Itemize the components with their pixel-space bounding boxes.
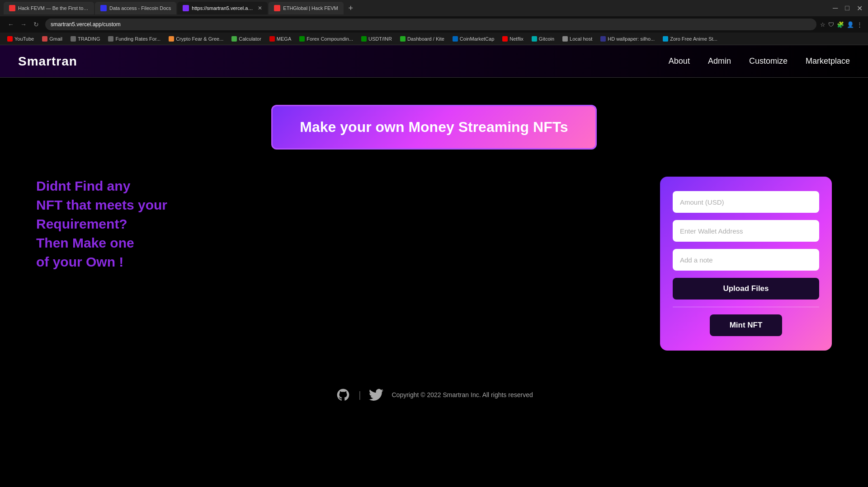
bookmark-localhost[interactable]: Local host bbox=[559, 35, 596, 42]
bookmark-forex[interactable]: Forex Compoundin... bbox=[296, 35, 357, 42]
bookmark-favicon-netflix bbox=[502, 36, 508, 42]
bookmark-zoro[interactable]: Zoro Free Anime St... bbox=[659, 35, 721, 42]
navbar-links: About Admin Customize Marketplace bbox=[669, 56, 850, 66]
bookmark-dashboard[interactable]: Dashboard / Kite bbox=[396, 35, 448, 42]
bookmark-label-usdt: USDT/INR bbox=[368, 36, 392, 42]
left-line-1: Didnt Find any bbox=[36, 178, 130, 193]
bookmark-netflix[interactable]: Netflix bbox=[499, 35, 527, 42]
profile-icon[interactable]: 👤 bbox=[847, 21, 854, 28]
tab-label-4: ETHGlobal | Hack FEVM bbox=[283, 5, 338, 11]
bookmark-trading[interactable]: TRADING bbox=[67, 35, 104, 42]
bookmark-crypto-fear[interactable]: Crypto Fear & Gree... bbox=[165, 35, 227, 42]
bookmark-favicon-gmail bbox=[42, 36, 47, 42]
tab-favicon-3 bbox=[183, 5, 189, 11]
hero-banner: Make your own Money Streaming NFTs bbox=[271, 105, 596, 150]
bookmark-icon[interactable]: ☆ bbox=[820, 21, 826, 28]
bookmark-label-localhost: Local host bbox=[570, 36, 592, 42]
bookmark-label-gitcoin: Gitcoin bbox=[539, 36, 554, 42]
bookmark-youtube[interactable]: YouTube bbox=[4, 35, 38, 42]
bookmark-favicon-crypto bbox=[169, 36, 174, 42]
tab-filecoin[interactable]: Data access - Filecoin Docs bbox=[95, 2, 176, 14]
new-tab-button[interactable]: + bbox=[344, 2, 357, 14]
bookmark-label-mega: MEGA bbox=[277, 36, 291, 42]
menu-icon[interactable]: ⋮ bbox=[857, 21, 863, 28]
bookmark-favicon-forex bbox=[299, 36, 305, 42]
nav-link-customize[interactable]: Customize bbox=[749, 56, 788, 66]
tab-hack-fevm[interactable]: Hack FEVM — Be the First to Build bbox=[4, 2, 94, 14]
bookmark-calculator[interactable]: Calculator bbox=[228, 35, 265, 42]
bookmark-label-coinmarket: CoinMarketCap bbox=[460, 36, 494, 42]
note-input[interactable] bbox=[673, 249, 819, 271]
tab-label-1: Hack FEVM — Be the First to Build bbox=[18, 5, 89, 11]
bookmark-favicon-dashboard bbox=[400, 36, 406, 42]
main-content: Didnt Find any NFT that meets your Requi… bbox=[0, 159, 868, 369]
nav-link-about[interactable]: About bbox=[669, 56, 690, 66]
bookmark-gitcoin[interactable]: Gitcoin bbox=[528, 35, 558, 42]
amount-input[interactable] bbox=[673, 191, 819, 213]
tab-label-3: https://smartran5.vercel.app/cu... bbox=[192, 5, 253, 11]
upload-button[interactable]: Upload Files bbox=[673, 278, 819, 300]
twitter-icon[interactable] bbox=[368, 387, 384, 403]
bookmark-label-calculator: Calculator bbox=[239, 36, 261, 42]
browser-actions: ☆ 🛡 🧩 👤 ⋮ bbox=[820, 21, 863, 28]
tab-label-2: Data access - Filecoin Docs bbox=[109, 5, 171, 11]
footer-divider: | bbox=[359, 390, 361, 400]
left-text-block: Didnt Find any NFT that meets your Requi… bbox=[36, 177, 181, 272]
nav-buttons: ← → ↻ bbox=[5, 19, 42, 30]
github-icon[interactable] bbox=[335, 387, 351, 403]
bookmark-label-zoro: Zoro Free Anime St... bbox=[670, 36, 717, 42]
bookmark-favicon-calculator bbox=[231, 36, 237, 42]
tab-ethglobal[interactable]: ETHGlobal | Hack FEVM bbox=[269, 2, 343, 14]
bookmark-label-funding: Funding Rates For... bbox=[115, 36, 160, 42]
address-input[interactable]: smartran5.vercel.app/custom bbox=[45, 19, 816, 30]
left-heading: Didnt Find any NFT that meets your Requi… bbox=[36, 177, 181, 272]
bookmark-wallpaper[interactable]: HD wallpaper: silho... bbox=[597, 35, 658, 42]
bookmark-label-forex: Forex Compoundin... bbox=[307, 36, 353, 42]
close-button[interactable]: ✕ bbox=[855, 4, 864, 13]
bookmark-usdt[interactable]: USDT/INR bbox=[358, 35, 396, 42]
address-bar: ← → ↻ smartran5.vercel.app/custom ☆ 🛡 🧩 … bbox=[0, 16, 868, 33]
mint-button[interactable]: Mint NFT bbox=[710, 314, 782, 336]
navbar-brand[interactable]: Smartran bbox=[18, 54, 77, 69]
nav-link-marketplace[interactable]: Marketplace bbox=[806, 56, 850, 66]
tab-bar: Hack FEVM — Be the First to Build Data a… bbox=[0, 0, 868, 16]
bookmarks-bar: YouTube Gmail TRADING Funding Rates For.… bbox=[0, 33, 868, 45]
wallet-input[interactable] bbox=[673, 220, 819, 242]
extensions-icon[interactable]: 🧩 bbox=[837, 21, 844, 28]
browser-chrome: Hack FEVM — Be the First to Build Data a… bbox=[0, 0, 868, 45]
shield-icon: 🛡 bbox=[828, 21, 834, 28]
bookmark-coinmarket[interactable]: CoinMarketCap bbox=[449, 35, 498, 42]
bookmark-mega[interactable]: MEGA bbox=[266, 35, 295, 42]
bookmark-label-gmail: Gmail bbox=[49, 36, 62, 42]
maximize-button[interactable]: □ bbox=[843, 4, 851, 12]
bookmark-favicon-coinmarket bbox=[453, 36, 458, 42]
bookmark-favicon-youtube bbox=[7, 36, 13, 42]
left-line-2: NFT that meets your bbox=[36, 197, 167, 212]
footer: | Copyright © 2022 Smartran Inc. All rig… bbox=[0, 369, 868, 421]
tab-close-3[interactable]: ✕ bbox=[258, 5, 262, 11]
window-controls: ─ □ ✕ bbox=[831, 4, 864, 13]
bookmark-favicon-zoro bbox=[663, 36, 668, 42]
reload-button[interactable]: ↻ bbox=[31, 19, 42, 30]
tab-favicon-1 bbox=[9, 5, 15, 11]
address-text: smartran5.vercel.app/custom bbox=[51, 21, 121, 28]
forward-button[interactable]: → bbox=[18, 19, 29, 30]
form-card: Upload Files Mint NFT bbox=[660, 177, 832, 351]
back-button[interactable]: ← bbox=[5, 19, 16, 30]
bookmark-label-dashboard: Dashboard / Kite bbox=[407, 36, 444, 42]
left-line-4: Then Make one bbox=[36, 235, 134, 250]
navbar: Smartran About Admin Customize Marketpla… bbox=[0, 45, 868, 78]
app-wrapper: Smartran About Admin Customize Marketpla… bbox=[0, 45, 868, 487]
bookmark-favicon-usdt bbox=[361, 36, 367, 42]
tab-smartran[interactable]: https://smartran5.vercel.app/cu... ✕ bbox=[177, 2, 268, 14]
bookmark-favicon-trading bbox=[71, 36, 76, 42]
copyright-text: Copyright © 2022 Smartran Inc. All right… bbox=[392, 391, 533, 398]
bookmark-funding[interactable]: Funding Rates For... bbox=[104, 35, 164, 42]
bookmark-gmail[interactable]: Gmail bbox=[38, 35, 66, 42]
bookmark-label-trading: TRADING bbox=[78, 36, 100, 42]
minimize-button[interactable]: ─ bbox=[831, 4, 840, 12]
bookmark-favicon-gitcoin bbox=[532, 36, 537, 42]
nav-link-admin[interactable]: Admin bbox=[708, 56, 731, 66]
bookmark-label-crypto: Crypto Fear & Gree... bbox=[176, 36, 223, 42]
left-line-5: of your Own ! bbox=[36, 254, 123, 269]
